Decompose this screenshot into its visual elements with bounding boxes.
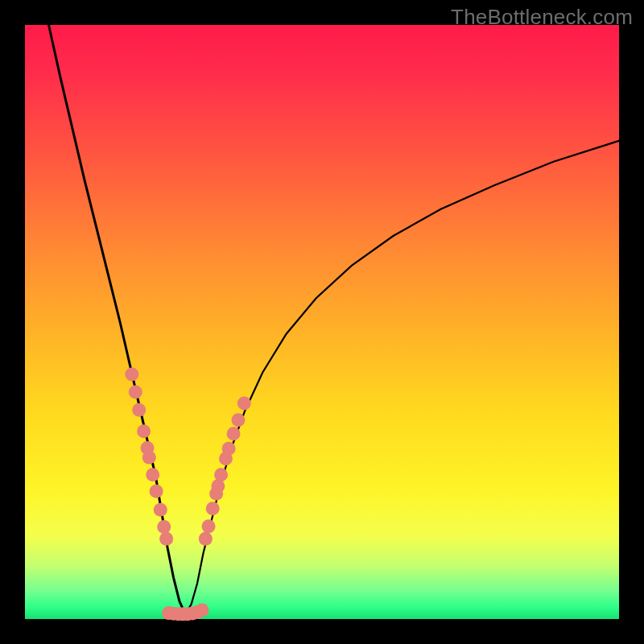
data-point — [222, 442, 236, 456]
data-point — [125, 367, 138, 381]
curve-layer — [49, 25, 619, 614]
plot-area — [25, 25, 619, 619]
chart-frame: TheBottleneck.com — [0, 0, 644, 644]
chart-svg — [25, 25, 619, 619]
data-point — [199, 532, 213, 546]
data-point — [237, 397, 251, 411]
data-point — [227, 427, 241, 440]
data-point — [214, 468, 228, 481]
data-point — [142, 451, 156, 464]
data-point — [129, 386, 142, 399]
data-point — [154, 503, 167, 517]
data-point — [157, 520, 171, 534]
data-point — [132, 403, 146, 417]
marker-layer — [125, 367, 250, 621]
data-point — [206, 502, 220, 515]
curve-right-branch — [185, 141, 619, 614]
data-point — [159, 532, 173, 546]
data-point — [195, 603, 208, 617]
data-point — [137, 424, 151, 438]
data-point — [146, 468, 159, 481]
data-point — [202, 519, 216, 533]
data-point — [150, 485, 163, 498]
data-point — [231, 413, 245, 427]
